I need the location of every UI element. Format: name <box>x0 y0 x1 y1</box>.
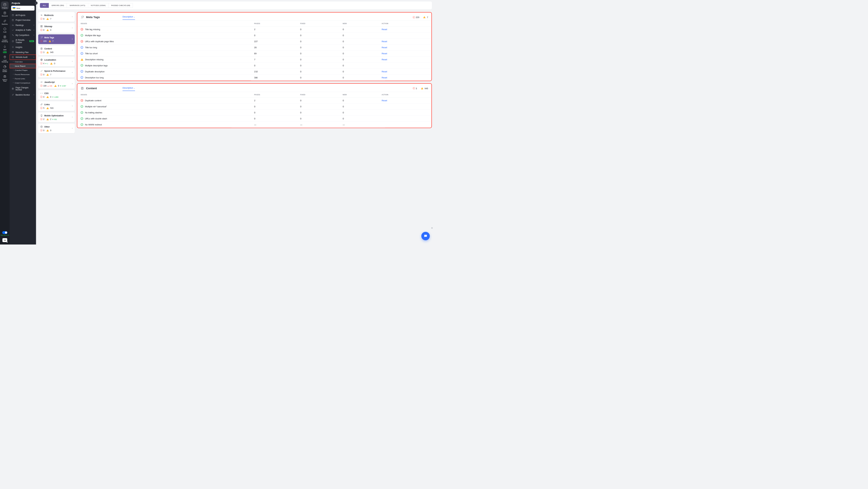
issue-row[interactable]: URLs with duplicate page titles 22700 Re… <box>78 39 432 44</box>
panel-title: Content <box>86 87 97 90</box>
subnav-crawled-pages[interactable]: Crawled Pages <box>10 68 36 72</box>
error-icon <box>412 87 415 90</box>
ok-icon <box>81 111 84 114</box>
issue-row[interactable]: URLs with double slash 000 <box>78 116 432 122</box>
rail-content[interactable]: ContentMarketing <box>0 34 10 43</box>
rail-report[interactable]: ReportBuilder <box>0 64 10 73</box>
issue-row[interactable]: Duplicate description 21000 Reset <box>78 68 432 74</box>
category-metatags[interactable]: Meta Tags 229 7 <box>38 34 75 44</box>
sidebar-title: Projects <box>10 0 36 6</box>
subnav-crawl-comparison[interactable]: Crawl Comparison <box>10 81 36 85</box>
svg-rect-15 <box>12 88 13 90</box>
svg-point-25 <box>41 126 42 127</box>
issue-row[interactable]: Title tag missing 200 Reset <box>78 26 432 32</box>
err-icon <box>81 40 84 43</box>
subnav-found-resources[interactable]: Found Resources <box>10 72 36 77</box>
category-sitemap[interactable]: Sitemap 0 0 <box>38 23 75 33</box>
user-avatar[interactable]: YD <box>2 238 7 242</box>
project-select[interactable]: Ikea <box>11 6 35 10</box>
reset-link[interactable]: Reset <box>381 28 387 30</box>
rail-smm[interactable]: SMMBeta <box>0 43 10 54</box>
category-css[interactable]: CSS 0 0▼ 1,808 <box>38 90 75 100</box>
meta-tags-icon <box>81 16 84 19</box>
rail-projects[interactable]: Projects <box>1 1 9 10</box>
nav-website-audit[interactable]: Website Audit <box>10 55 36 60</box>
rail-local[interactable]: LocalMarketing <box>0 54 10 64</box>
svg-point-2 <box>4 12 5 13</box>
rail-agency[interactable]: AgencyPack <box>0 73 10 83</box>
rail-research[interactable]: Research <box>0 10 10 18</box>
info-icon <box>81 46 84 49</box>
new-menu-toggle[interactable]: New Menu UI <box>1 231 9 236</box>
nav-project-overview[interactable]: Project Overview <box>10 18 36 23</box>
ok-icon <box>81 34 84 37</box>
reset-link[interactable]: Reset <box>381 99 387 101</box>
nav-insights[interactable]: Insights <box>10 45 36 50</box>
ok-icon <box>81 123 84 126</box>
issue-panels: Meta Tags Description 229 7 ISSUESPAGES … <box>77 12 432 245</box>
description-dropdown[interactable]: Description <box>123 16 135 20</box>
chat-fab[interactable] <box>421 232 430 240</box>
issue-row[interactable]: Title too long 2800 Reset <box>78 44 432 51</box>
category-mobile[interactable]: Mobile Optimization 2 2▼ 931 <box>38 113 75 122</box>
svg-rect-17 <box>41 25 42 26</box>
filter-notices[interactable]: NOTICES (10364) <box>88 3 108 8</box>
nav-backlink-monitor[interactable]: Backlink Monitor <box>10 92 36 97</box>
rail-backlinks[interactable]: Backlinks <box>0 18 10 26</box>
category-javascript[interactable]: JavaScript 106▲ 106 0▼ 3,597 <box>38 79 75 89</box>
issue-row[interactable]: No WWW redirect ——— <box>78 122 432 127</box>
description-dropdown[interactable]: Description <box>123 87 135 91</box>
project-flag-icon <box>13 7 16 9</box>
reset-link[interactable]: Reset <box>381 53 387 55</box>
filter-all[interactable]: ALL <box>40 3 49 8</box>
nav-marketing-plan[interactable]: Marketing Plan <box>10 50 36 55</box>
issue-row[interactable]: Description missing 700 Reset <box>78 57 432 63</box>
nav-rankings[interactable]: Rankings <box>10 23 36 28</box>
info-icon <box>81 52 84 55</box>
subnav-overview[interactable]: Overview <box>10 60 36 64</box>
category-localization[interactable]: Localization 4▼ 1 0 <box>38 57 75 66</box>
panel-meta-tags: Meta Tags Description 229 7 ISSUESPAGES … <box>77 12 432 81</box>
nav-my-competitors[interactable]: My Competitors <box>10 33 36 38</box>
warning-icon <box>81 58 84 61</box>
nav-ai-results-tracker[interactable]: AI Results TrackerBeta <box>10 38 36 45</box>
category-speed[interactable]: Speed & Performance 0 7 <box>38 68 75 78</box>
content-icon <box>81 87 84 90</box>
filter-passed[interactable]: PASSED CHECKS (68) <box>108 3 133 8</box>
nav-page-changes-monitor[interactable]: Page Changes Monitor <box>10 85 36 92</box>
issue-row[interactable]: No trailing slashes 000 <box>78 110 432 116</box>
filter-errors[interactable]: ERRORS (350) <box>49 3 67 8</box>
panel-content: Content Description 3 945 ISSUESPAGES FI… <box>77 83 432 128</box>
nav-all-projects[interactable]: All Projects <box>10 13 36 18</box>
svg-rect-7 <box>4 76 6 78</box>
close-icon[interactable]: ✕ <box>431 227 433 230</box>
category-other[interactable]: Other 0 0 <box>38 124 75 133</box>
svg-rect-0 <box>4 3 6 6</box>
category-redirects[interactable]: Redirects 0 7 <box>38 12 75 22</box>
ok-icon <box>81 117 84 120</box>
issue-row[interactable]: Multiple description tags 000 <box>78 62 432 68</box>
nav-analytics-traffic[interactable]: Analytics & Traffic <box>10 28 36 33</box>
warning-icon <box>421 87 423 89</box>
collapse-sidebar-button[interactable]: ‹ <box>35 1 38 4</box>
category-links[interactable]: Links 5 503 <box>38 101 75 111</box>
issue-row[interactable]: Title too short 8900 Reset <box>78 51 432 57</box>
issue-row[interactable]: Description too long 38600 Reset <box>78 74 432 81</box>
category-content[interactable]: Content 3 945 <box>38 45 75 55</box>
warning-icon <box>423 16 426 19</box>
svg-rect-18 <box>41 27 41 27</box>
project-name: Ikea <box>17 7 20 9</box>
subnav-found-links[interactable]: Found Links <box>10 77 36 81</box>
issue-row[interactable]: Multiple rel="canonical" 000 <box>78 103 432 110</box>
reset-link[interactable]: Reset <box>381 47 387 49</box>
reset-link[interactable]: Reset <box>381 76 387 79</box>
issue-row[interactable]: Multiple title tags 000 <box>78 33 432 39</box>
svg-rect-13 <box>12 52 13 53</box>
filter-warnings[interactable]: WARNINGS (1471) <box>67 3 88 8</box>
issue-row[interactable]: Duplicate content 200 Reset <box>78 97 432 103</box>
reset-link[interactable]: Reset <box>381 58 387 61</box>
reset-link[interactable]: Reset <box>381 70 387 73</box>
reset-link[interactable]: Reset <box>381 40 387 43</box>
subnav-issue-report[interactable]: Issue Report <box>10 64 36 68</box>
rail-audit[interactable]: Audit <box>0 26 10 34</box>
